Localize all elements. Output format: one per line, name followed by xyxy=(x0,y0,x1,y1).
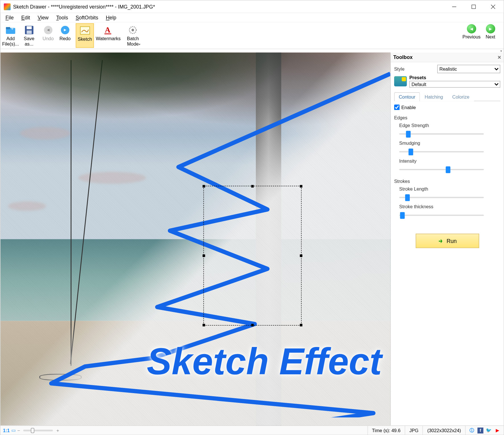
style-select[interactable]: Realistic xyxy=(437,65,500,73)
status-dimensions: (3022x3022x24) xyxy=(423,426,465,435)
svg-text:+: + xyxy=(11,26,14,32)
toolbox-close-icon[interactable]: ✕ xyxy=(497,54,501,60)
info-icon[interactable]: ⓘ xyxy=(469,427,475,433)
redo-label: Redo xyxy=(59,36,71,41)
edges-group-title: Edges xyxy=(394,115,500,120)
zoom-ratio[interactable]: 1:1 xyxy=(3,428,10,433)
sketch-icon xyxy=(80,25,90,36)
twitter-icon[interactable]: 🐦 xyxy=(486,427,492,433)
stroke-thickness-label: Stroke thickness xyxy=(399,204,500,209)
next-button[interactable]: ► Next xyxy=(486,24,495,48)
statusbar: 1:1 ▭ − + Time (s): 49.6 JPG (3022x3022x… xyxy=(0,425,503,435)
add-files-button[interactable]: + Add File(s)... xyxy=(0,23,20,48)
save-icon xyxy=(24,25,34,35)
add-files-label: Add File(s)... xyxy=(2,36,19,47)
stroke-thickness-slider[interactable] xyxy=(399,211,484,219)
menu-file[interactable]: File xyxy=(2,14,17,21)
canvas-area[interactable]: Sketch Effect xyxy=(0,52,390,425)
toolbar: + Add File(s)... Save as... Undo Redo Sk… xyxy=(0,23,141,49)
titlebar: Sketch Drawer - ****Unregistered version… xyxy=(0,0,503,13)
status-format: JPG xyxy=(405,426,423,435)
menu-view[interactable]: View xyxy=(34,14,52,21)
fit-to-screen-icon[interactable]: ▭ xyxy=(11,428,16,433)
save-as-label: Save as... xyxy=(24,36,34,47)
strokes-group-title: Strokes xyxy=(394,179,500,184)
sketch-label: Sketch xyxy=(78,36,92,42)
sketch-button[interactable]: Sketch xyxy=(76,23,94,48)
status-time: Time (s): 49.6 xyxy=(367,426,405,435)
svg-text:A: A xyxy=(105,26,110,34)
tab-hatching[interactable]: Hatching xyxy=(420,92,448,101)
batch-mode-button[interactable]: Batch Mode ▾ xyxy=(124,23,141,48)
enable-checkbox-input[interactable] xyxy=(394,105,400,110)
toolbox-title: Toolbox xyxy=(393,54,413,60)
style-label: Style xyxy=(394,66,435,72)
run-button[interactable]: ➔ Run xyxy=(415,234,479,248)
overlay-text: Sketch Effect xyxy=(71,340,382,383)
toolbox-panel: Toolbox ✕ Style Realistic Presets Defaul… xyxy=(390,52,504,425)
enable-checkbox[interactable]: Enable xyxy=(394,105,500,110)
svg-point-16 xyxy=(132,29,134,31)
app-icon xyxy=(4,3,11,10)
enable-label: Enable xyxy=(401,105,416,110)
edge-strength-slider[interactable] xyxy=(399,130,484,138)
chevron-down-icon: ▾ xyxy=(139,42,141,47)
svg-rect-9 xyxy=(26,30,32,34)
previous-button[interactable]: ◄ Previous xyxy=(462,24,481,48)
batch-label: Batch Mode xyxy=(127,36,139,47)
tab-colorize[interactable]: Colorize xyxy=(448,92,474,101)
redo-icon xyxy=(60,25,70,35)
edge-strength-label: Edge Strength xyxy=(399,123,500,128)
menu-edit[interactable]: Edit xyxy=(18,14,34,21)
window-title: Sketch Drawer - ****Unregistered version… xyxy=(13,4,445,10)
zoom-slider[interactable] xyxy=(23,430,53,431)
prev-label: Previous xyxy=(462,34,481,39)
maximize-button[interactable] xyxy=(464,0,483,13)
menu-help[interactable]: Help xyxy=(102,14,120,21)
facebook-icon[interactable]: f xyxy=(478,427,484,433)
redo-button[interactable]: Redo xyxy=(57,23,73,48)
selection-rectangle[interactable] xyxy=(203,186,302,325)
watermarks-icon: A xyxy=(103,25,113,35)
svg-rect-8 xyxy=(26,26,32,29)
undo-label: Undo xyxy=(42,36,54,41)
arrow-left-icon: ◄ xyxy=(467,24,476,34)
svg-rect-1 xyxy=(472,5,476,8)
run-arrow-icon: ➔ xyxy=(439,237,443,245)
youtube-icon[interactable]: ▶ xyxy=(494,427,500,433)
save-as-button[interactable]: Save as... xyxy=(20,23,37,48)
intensity-slider[interactable] xyxy=(399,165,484,174)
arrow-right-icon: ► xyxy=(486,24,495,34)
watermarks-label: Watermarks xyxy=(96,36,120,41)
svg-rect-5 xyxy=(6,27,10,29)
presets-icon xyxy=(394,76,407,86)
toolbox-tabs: Contour Hatching Colorize xyxy=(394,92,500,101)
stroke-length-label: Stroke Length xyxy=(399,186,500,191)
batch-icon xyxy=(128,25,138,35)
watermarks-button[interactable]: A Watermarks xyxy=(94,23,122,48)
menu-tools[interactable]: Tools xyxy=(53,14,71,21)
smudging-slider[interactable] xyxy=(399,147,484,156)
presets-title: Presets xyxy=(409,75,500,80)
minimize-button[interactable] xyxy=(445,0,464,13)
add-files-icon: + xyxy=(5,25,16,35)
close-button[interactable] xyxy=(483,0,503,13)
intensity-label: Intensity xyxy=(399,158,500,164)
presets-select[interactable]: Default xyxy=(409,81,500,88)
undo-button[interactable]: Undo xyxy=(40,23,56,48)
tab-contour[interactable]: Contour xyxy=(394,92,420,101)
undo-icon xyxy=(43,25,53,35)
toolbar-overflow[interactable]: ▾ xyxy=(0,49,503,52)
stroke-length-slider[interactable] xyxy=(399,193,484,202)
menubar: File Edit View Tools SoftOrbits Help xyxy=(0,13,503,23)
menu-softorbits[interactable]: SoftOrbits xyxy=(72,14,102,21)
smudging-label: Smudging xyxy=(399,140,500,146)
run-label: Run xyxy=(447,238,456,244)
next-label: Next xyxy=(486,34,495,39)
